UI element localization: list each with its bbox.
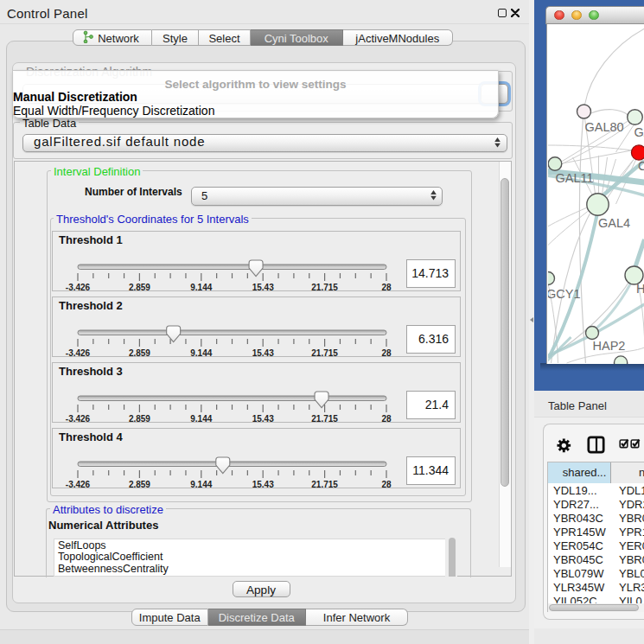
svg-text:2.859: 2.859 <box>129 348 150 357</box>
svg-text:21.715: 21.715 <box>311 479 338 488</box>
svg-text:H: H <box>636 282 644 296</box>
svg-text:-3.426: -3.426 <box>66 348 91 357</box>
svg-text:GCY1: GCY1 <box>548 287 581 301</box>
svg-text:21.715: 21.715 <box>311 348 338 357</box>
svg-text:GAL80: GAL80 <box>584 120 623 134</box>
svg-text:28: 28 <box>381 479 392 488</box>
svg-text:15.43: 15.43 <box>252 413 274 423</box>
svg-text:28: 28 <box>381 282 392 291</box>
svg-text:GAL11: GAL11 <box>555 171 593 185</box>
svg-text:C: C <box>638 159 644 173</box>
svg-text:21.715: 21.715 <box>311 413 338 423</box>
svg-text:2.859: 2.859 <box>129 282 150 291</box>
svg-text:HAP2: HAP2 <box>592 339 625 353</box>
svg-text:9.144: 9.144 <box>190 479 212 488</box>
svg-text:2.859: 2.859 <box>129 413 150 423</box>
svg-text:2.859: 2.859 <box>129 479 150 488</box>
svg-text:-3.426: -3.426 <box>66 282 91 291</box>
svg-text:-3.426: -3.426 <box>66 413 91 423</box>
svg-text:28: 28 <box>381 348 392 357</box>
svg-text:15.43: 15.43 <box>252 348 274 357</box>
svg-text:21.715: 21.715 <box>311 282 338 291</box>
svg-text:9.144: 9.144 <box>190 348 212 357</box>
svg-text:9.144: 9.144 <box>190 282 212 291</box>
svg-text:15.43: 15.43 <box>252 479 274 488</box>
svg-text:GA: GA <box>634 125 644 139</box>
svg-text:-3.426: -3.426 <box>66 479 91 488</box>
svg-text:15.43: 15.43 <box>252 282 274 291</box>
svg-text:9.144: 9.144 <box>190 413 212 423</box>
svg-text:GAL4: GAL4 <box>598 216 630 230</box>
svg-text:28: 28 <box>381 413 392 423</box>
